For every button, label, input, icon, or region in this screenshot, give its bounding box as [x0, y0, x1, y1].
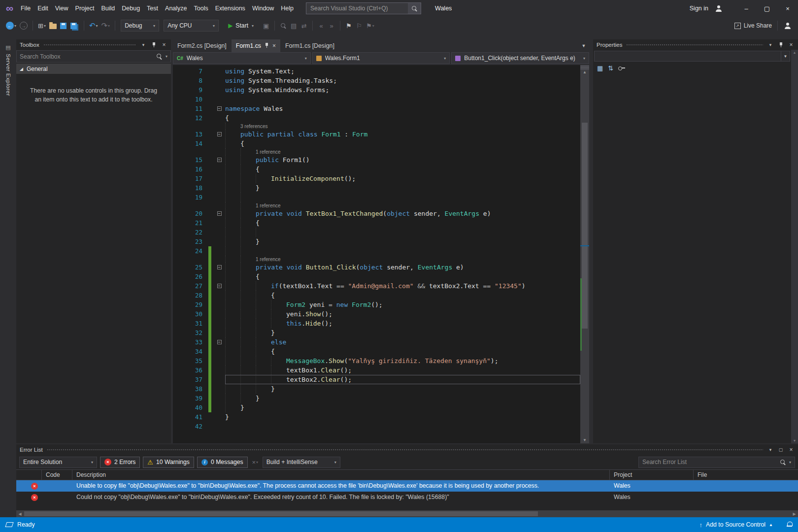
- member-dropdown[interactable]: Button1_Click(object sender, EventArgs e…: [451, 52, 589, 64]
- collapse-region-icon[interactable]: −: [217, 132, 222, 136]
- collapse-region-icon[interactable]: −: [217, 211, 222, 216]
- add-to-source-control-button[interactable]: Add to Source Control: [706, 521, 765, 528]
- code-text[interactable]: [225, 422, 580, 431]
- line-number[interactable]: 24: [173, 246, 208, 256]
- codelens-references[interactable]: 1 reference: [256, 203, 281, 208]
- open-folder-button[interactable]: [48, 20, 58, 32]
- code-text[interactable]: }: [225, 237, 580, 246]
- code-text[interactable]: MessageBox.Show("Yalňyş girizdiňiz. Täze…: [225, 356, 580, 366]
- line-number[interactable]: 13: [173, 130, 208, 139]
- project-column-header[interactable]: Project: [610, 470, 694, 480]
- close-tab-icon[interactable]: ×: [272, 42, 276, 49]
- navigate-back-button[interactable]: ←▾: [5, 20, 17, 32]
- code-text[interactable]: {: [225, 113, 580, 123]
- quick-search-box[interactable]: Search Visual Studio (Ctrl+Q): [306, 2, 421, 14]
- code-text[interactable]: {: [225, 139, 580, 148]
- menu-file[interactable]: File: [17, 3, 34, 13]
- menu-debug[interactable]: Debug: [118, 3, 143, 13]
- maximize-button[interactable]: ▢: [757, 0, 777, 17]
- line-number[interactable]: 16: [173, 165, 208, 174]
- line-number[interactable]: 41: [173, 412, 208, 422]
- close-panel-icon[interactable]: ×: [788, 446, 795, 453]
- next-bookmark-icon[interactable]: ⚑▾: [365, 20, 375, 32]
- code-text[interactable]: [225, 95, 580, 104]
- code-text[interactable]: yeni.Show();: [225, 309, 580, 319]
- indent-increase-icon[interactable]: »: [327, 20, 336, 32]
- line-number[interactable]: 11: [173, 104, 208, 113]
- pin-tab-icon[interactable]: [265, 42, 269, 50]
- code-text[interactable]: InitializeComponent();: [225, 174, 580, 183]
- code-text[interactable]: [225, 246, 580, 256]
- line-number[interactable]: 29: [173, 300, 208, 309]
- code-text[interactable]: private void TextBox1_TextChanged(object…: [225, 209, 580, 218]
- code-text[interactable]: }: [225, 384, 580, 394]
- line-number[interactable]: 35: [173, 356, 208, 366]
- solution-configuration-dropdown[interactable]: Debug▾: [121, 20, 159, 32]
- code-text[interactable]: }: [225, 412, 580, 422]
- error-row[interactable]: ×Could not copy "obj\Debug\Wales.exe" to…: [16, 492, 798, 503]
- codelens-references[interactable]: 1 reference: [256, 257, 281, 262]
- categorized-view-icon[interactable]: ▦: [597, 65, 603, 72]
- project-dropdown[interactable]: C# Wales ▾: [173, 52, 311, 64]
- scrollbar-track[interactable]: [24, 510, 791, 517]
- editor-vertical-scrollbar[interactable]: ▲ ▼: [580, 65, 589, 443]
- code-text[interactable]: 1 reference: [225, 148, 580, 155]
- menu-tools[interactable]: Tools: [191, 3, 212, 13]
- error-row[interactable]: ×Unable to copy file "obj\Debug\Wales.ex…: [16, 480, 798, 492]
- line-number[interactable]: 20: [173, 209, 208, 218]
- collapse-region-icon[interactable]: −: [217, 265, 222, 269]
- line-number[interactable]: 10: [173, 95, 208, 104]
- scope-dropdown[interactable]: Entire Solution▾: [19, 457, 97, 468]
- collapse-region-icon[interactable]: −: [217, 340, 222, 344]
- code-text[interactable]: {: [225, 347, 580, 356]
- line-number[interactable]: 12: [173, 113, 208, 123]
- chevron-down-icon[interactable]: ▾: [767, 41, 774, 48]
- background-tasks-icon[interactable]: [5, 522, 13, 527]
- line-number[interactable]: 8: [173, 76, 208, 85]
- code-text[interactable]: }: [225, 328, 580, 337]
- code-column-header[interactable]: Code: [42, 470, 72, 480]
- search-icon[interactable]: [408, 3, 421, 14]
- code-editor[interactable]: 7using System.Text;8using System.Threadi…: [173, 65, 589, 443]
- close-button[interactable]: ×: [777, 0, 798, 17]
- line-number[interactable]: 27: [173, 281, 208, 291]
- redo-button[interactable]: ↷▾: [100, 20, 111, 32]
- close-panel-icon[interactable]: ×: [161, 41, 167, 48]
- menu-help[interactable]: Help: [277, 3, 297, 13]
- previous-bookmark-icon[interactable]: ⚐: [355, 20, 364, 32]
- code-text[interactable]: textBox2.Clear();: [225, 375, 580, 384]
- apply-code-changes-icon[interactable]: ▣: [262, 20, 270, 32]
- show-all-files-icon[interactable]: ▤: [289, 20, 298, 32]
- toolbox-search-input[interactable]: Search Toolbox ▾: [16, 50, 171, 63]
- line-number[interactable]: 42: [173, 422, 208, 431]
- undo-button[interactable]: ↶▾: [88, 20, 99, 32]
- type-dropdown[interactable]: Wales.Form1 ▾: [312, 52, 450, 64]
- line-number[interactable]: 22: [173, 228, 208, 237]
- save-button[interactable]: [59, 20, 68, 32]
- code-text[interactable]: 1 reference: [225, 256, 580, 263]
- line-number[interactable]: [173, 256, 208, 263]
- codelens-references[interactable]: 3 references: [240, 124, 268, 129]
- code-text[interactable]: }: [225, 403, 580, 412]
- scroll-down-icon[interactable]: ▼: [793, 439, 797, 442]
- severity-column-header[interactable]: [16, 470, 42, 480]
- find-in-files-button[interactable]: [279, 20, 288, 32]
- line-number[interactable]: 33: [173, 337, 208, 347]
- line-number[interactable]: 21: [173, 218, 208, 228]
- code-text[interactable]: using System.Windows.Forms;: [225, 85, 580, 95]
- server-explorer-tab[interactable]: Server Explorer: [5, 54, 11, 96]
- code-text[interactable]: this.Hide();: [225, 319, 580, 328]
- code-text[interactable]: {: [225, 272, 580, 281]
- code-text[interactable]: }: [225, 183, 580, 193]
- code-text[interactable]: {: [225, 165, 580, 174]
- minimize-button[interactable]: –: [736, 0, 757, 17]
- scroll-right-icon[interactable]: ▶: [791, 512, 798, 516]
- line-number[interactable]: 40: [173, 403, 208, 412]
- line-number[interactable]: 18: [173, 183, 208, 193]
- code-text[interactable]: [225, 193, 580, 202]
- line-number[interactable]: 30: [173, 309, 208, 319]
- line-number[interactable]: [173, 123, 208, 130]
- line-number[interactable]: 15: [173, 155, 208, 165]
- line-number[interactable]: [173, 202, 208, 209]
- menu-test[interactable]: Test: [143, 3, 162, 13]
